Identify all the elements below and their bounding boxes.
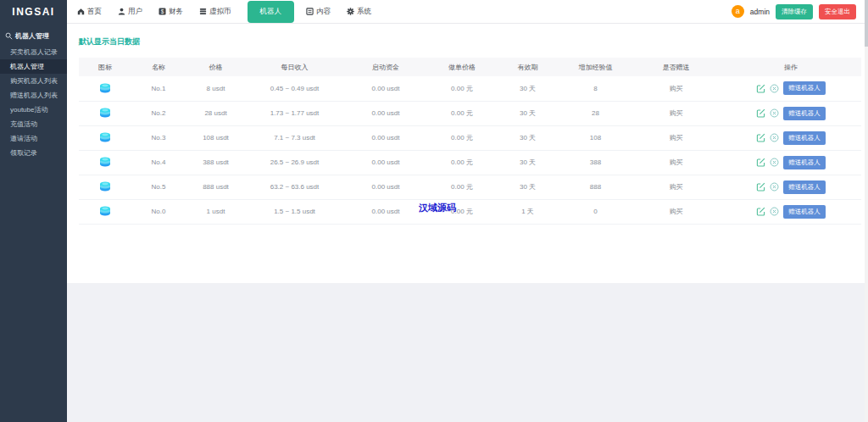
sidebar-item-invite-activity[interactable]: 邀请活动: [0, 131, 67, 146]
exp-value-cell: 28: [559, 101, 632, 125]
app-logo: INGSAI: [0, 0, 67, 24]
price-cell: 888 usdt: [186, 175, 246, 199]
navbar-right: a admin 清除缓存 安全退出: [732, 4, 856, 19]
nav-label-content: 内容: [316, 7, 331, 17]
actions-cell: 赠送机器人: [721, 76, 861, 101]
price-cell: 8 usdt: [186, 76, 246, 101]
col-header-validity: 有效期: [496, 58, 559, 76]
table-row: No.5 888 usdt 63.2 ~ 63.6 usdt 0.00 usdt…: [79, 175, 861, 199]
table-row: No.1 8 usdt 0.45 ~ 0.49 usdt 0.00 usdt 0…: [79, 76, 861, 101]
table-row: No.4 388 usdt 26.5 ~ 26.9 usdt 0.00 usdt…: [79, 150, 861, 175]
avatar[interactable]: a: [732, 5, 744, 18]
logout-button[interactable]: 安全退出: [819, 4, 856, 19]
delete-icon[interactable]: [770, 158, 779, 167]
edit-icon[interactable]: [756, 158, 765, 167]
robot-table-wrap: 图标 名称 价格 每日收入 启动资金 做单价格 有效期 增加经验值 是否赠送 操…: [79, 58, 861, 225]
is-gift-cell: 购买: [632, 150, 721, 175]
edit-icon[interactable]: [756, 207, 765, 216]
startup-capital-cell: 0.00 usdt: [343, 199, 428, 224]
validity-cell: 30 天: [496, 76, 559, 101]
delete-icon[interactable]: [770, 133, 779, 142]
robot-icon-cell: [79, 76, 131, 101]
is-gift-cell: 购买: [632, 175, 721, 199]
table-row: No.2 28 usdt 1.73 ~ 1.77 usdt 0.00 usdt …: [79, 101, 861, 125]
validity-cell: 30 天: [496, 101, 559, 125]
main-content: 默认显示当日数据 图标 名称 价格 每日收入 启动资金 做单价格 有效期 增加经…: [67, 24, 868, 283]
page-scrollbar-thumb[interactable]: [865, 0, 868, 47]
edit-icon[interactable]: [756, 108, 765, 118]
sidebar-item-buy-robot-list[interactable]: 购买机器人列表: [0, 74, 67, 88]
delete-icon[interactable]: [770, 182, 779, 192]
sidebar-item-claim-records[interactable]: 领取记录: [0, 146, 67, 160]
col-header-name: 名称: [131, 58, 186, 76]
robot-icon-cell: [79, 150, 131, 175]
nav-item-crypto[interactable]: 虚拟币: [199, 7, 231, 17]
sidebar-item-youtube-activity[interactable]: youtube活动: [0, 103, 67, 117]
watermark-text: 汉域源码: [419, 202, 456, 214]
validity-cell: 30 天: [496, 125, 559, 150]
robot-coin-icon: [99, 82, 111, 93]
order-price-cell: 0.00 元: [428, 150, 496, 175]
col-header-order-price: 做单价格: [428, 58, 496, 76]
document-list-icon: [306, 8, 314, 15]
daily-income-cell: 1.5 ~ 1.5 usdt: [246, 199, 343, 224]
edit-icon[interactable]: [756, 84, 765, 93]
gear-icon: [347, 8, 354, 15]
order-price-cell: 0.00 元: [428, 125, 496, 150]
exp-value-cell: 8: [559, 76, 632, 101]
delete-icon[interactable]: [770, 207, 779, 216]
daily-income-cell: 1.73 ~ 1.77 usdt: [246, 101, 343, 125]
wallet-dollar-icon: $: [159, 8, 166, 15]
col-header-startup-capital: 启动资金: [343, 58, 428, 76]
edit-icon[interactable]: [756, 133, 765, 142]
col-header-exp-value: 增加经验值: [559, 58, 632, 76]
clear-cache-button[interactable]: 清除缓存: [776, 4, 813, 19]
sidebar-item-trade-robot-records[interactable]: 买卖机器人记录: [0, 45, 67, 59]
gift-robot-button[interactable]: 赠送机器人: [783, 107, 826, 120]
nav-label-finance: 财务: [169, 7, 183, 17]
startup-capital-cell: 0.00 usdt: [343, 76, 428, 101]
gift-robot-button[interactable]: 赠送机器人: [783, 156, 826, 169]
robot-table: 图标 名称 价格 每日收入 启动资金 做单价格 有效期 增加经验值 是否赠送 操…: [79, 58, 861, 225]
gift-robot-button[interactable]: 赠送机器人: [783, 81, 826, 95]
nav-item-finance[interactable]: $ 财务: [159, 7, 183, 17]
nav-item-home[interactable]: 首页: [77, 7, 102, 17]
actions-cell: 赠送机器人: [721, 199, 861, 224]
validity-cell: 30 天: [496, 175, 559, 199]
robot-coin-icon: [99, 180, 111, 192]
daily-income-cell: 7.1 ~ 7.3 usdt: [246, 125, 343, 150]
sidebar-section-robot-manage: 机器人管理: [0, 24, 67, 45]
robot-name-cell: No.3: [131, 125, 186, 150]
gift-robot-button[interactable]: 赠送机器人: [783, 131, 826, 145]
exp-value-cell: 108: [559, 125, 632, 150]
nav-label-crypto: 虚拟币: [209, 7, 231, 17]
top-navbar: 首页 用户 $ 财务 虚拟币 机器人 内容: [67, 0, 868, 24]
robot-coin-icon: [99, 131, 111, 142]
daily-income-cell: 26.5 ~ 26.9 usdt: [246, 150, 343, 175]
delete-icon[interactable]: [770, 84, 779, 93]
gift-robot-button[interactable]: 赠送机器人: [783, 180, 826, 194]
robot-name-cell: No.5: [131, 175, 186, 199]
nav-item-system[interactable]: 系统: [347, 7, 371, 17]
actions-cell: 赠送机器人: [721, 125, 861, 150]
sidebar-item-recharge-activity[interactable]: 充值活动: [0, 117, 67, 131]
col-header-price: 价格: [186, 58, 246, 76]
nav-item-user[interactable]: 用户: [118, 7, 142, 17]
nav-label-home: 首页: [87, 7, 102, 17]
nav-item-robot[interactable]: 机器人: [248, 1, 295, 23]
gift-robot-button[interactable]: 赠送机器人: [783, 205, 826, 219]
robot-coin-icon: [99, 156, 111, 167]
username-label: admin: [750, 8, 770, 16]
is-gift-cell: 购买: [632, 101, 721, 125]
page-scrollbar[interactable]: [865, 0, 868, 422]
startup-capital-cell: 0.00 usdt: [343, 150, 428, 175]
nav-item-content[interactable]: 内容: [306, 7, 331, 17]
coins-icon: [199, 8, 207, 15]
actions-cell: 赠送机器人: [721, 150, 861, 175]
sidebar-item-gift-robot-list[interactable]: 赠送机器人列表: [0, 88, 67, 103]
actions-cell: 赠送机器人: [721, 175, 861, 199]
edit-icon[interactable]: [756, 182, 765, 192]
sidebar-item-robot-manage[interactable]: 机器人管理: [0, 59, 67, 74]
robot-name-cell: No.4: [131, 150, 186, 175]
delete-icon[interactable]: [770, 108, 779, 118]
